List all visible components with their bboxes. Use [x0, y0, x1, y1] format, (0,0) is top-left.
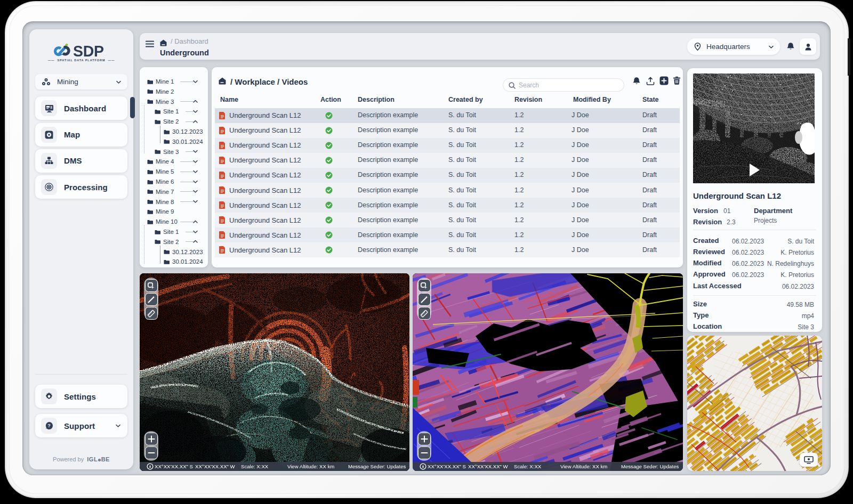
svg-text:?: ? [47, 423, 51, 428]
